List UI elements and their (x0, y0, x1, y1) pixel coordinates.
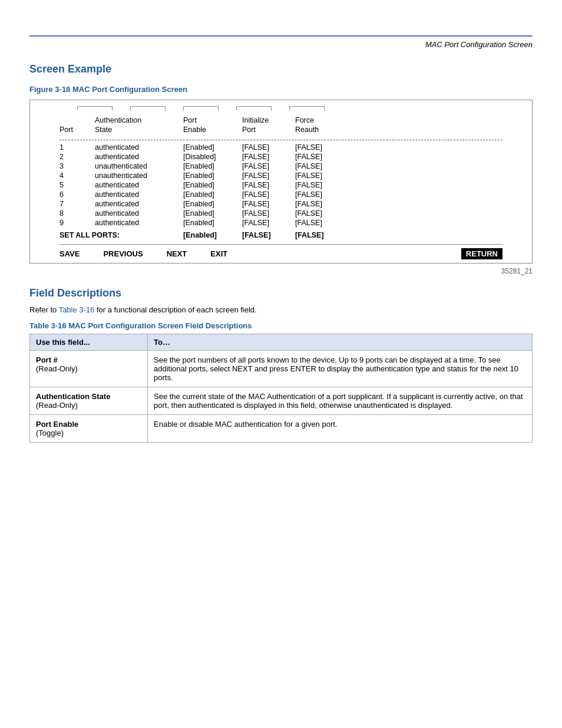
tab-bumps (77, 106, 520, 111)
description-cell: Enable or disable MAC authentication for… (148, 414, 533, 442)
field-sub: (Read-Only) (36, 401, 78, 410)
field-cell: Port # (Read-Only) (30, 350, 148, 387)
col-header-auth: AuthenticationState (95, 116, 183, 135)
return-button[interactable]: RETURN (461, 248, 503, 259)
figure-number: 35281_21 (29, 267, 533, 275)
col-header-force: ForceReauth (295, 116, 348, 135)
col-header-field: Use this field... (30, 334, 148, 350)
field-name: Port Enable (36, 420, 78, 429)
screen-inner: Port AuthenticationState PortEnable Init… (42, 111, 520, 263)
table-link[interactable]: Table 3-16 (59, 305, 95, 314)
tab-bump-3 (183, 106, 219, 111)
table-row: 5 authenticated [Enabled] [FALSE] [FALSE… (59, 180, 503, 190)
content-area: Screen Example Figure 3-18 MAC Port Conf… (0, 51, 562, 466)
exit-button[interactable]: EXIT (210, 249, 227, 258)
description-cell: See the port numbers of all ports known … (148, 350, 533, 387)
set-all-label: SET ALL PORTS: (59, 231, 183, 239)
table-header-row: Use this field... To… (30, 334, 533, 350)
field-name: Authentication State (36, 392, 110, 401)
screen-example-heading: Screen Example (29, 63, 533, 75)
set-all-row: SET ALL PORTS: [Enabled] [FALSE] [FALSE] (59, 228, 503, 242)
col-header-description: To… (148, 334, 533, 350)
table-row: 3 unauthenticated [Enabled] [FALSE] [FAL… (59, 162, 503, 171)
figure-label: Figure 3-18 MAC Port Configuration Scree… (29, 85, 533, 94)
previous-button[interactable]: PREVIOUS (103, 249, 143, 258)
table-row: 9 authenticated [Enabled] [FALSE] [FALSE… (59, 218, 503, 228)
divider (59, 140, 503, 140)
tab-bump-1 (77, 106, 113, 111)
header-bar: MAC Port Configuration Screen (29, 35, 533, 51)
table-row: 7 authenticated [Enabled] [FALSE] [FALSE… (59, 199, 503, 209)
next-button[interactable]: NEXT (167, 249, 187, 258)
table-row: 8 authenticated [Enabled] [FALSE] [FALSE… (59, 209, 503, 218)
set-all-force: [FALSE] (295, 231, 348, 239)
tab-bump-4 (236, 106, 272, 111)
field-name: Port # (36, 355, 58, 364)
field-sub: (Read-Only) (36, 364, 78, 373)
table-row: 2 authenticated [Disabled] [FALSE] [FALS… (59, 152, 503, 162)
header-title: MAC Port Configuration Screen (29, 40, 533, 51)
screen-mockup: Port AuthenticationState PortEnable Init… (29, 100, 533, 263)
field-descriptions-table: Use this field... To… Port # (Read-Only)… (29, 334, 533, 443)
table-row: 4 unauthenticated [Enabled] [FALSE] [FAL… (59, 171, 503, 180)
table-row: Port # (Read-Only) See the port numbers … (30, 350, 533, 387)
field-descriptions-heading: Field Descriptions (29, 287, 533, 299)
tab-bump-2 (130, 106, 166, 111)
table-label: Table 3-16 MAC Port Configuration Screen… (29, 321, 533, 330)
table-row: 6 authenticated [Enabled] [FALSE] [FALSE… (59, 190, 503, 199)
field-sub: (Toggle) (36, 429, 64, 437)
table-row: Port Enable (Toggle) Enable or disable M… (30, 414, 533, 442)
col-header-enable: PortEnable (183, 116, 242, 135)
set-all-enable: [Enabled] (183, 231, 242, 239)
page-container: MAC Port Configuration Screen Screen Exa… (0, 35, 562, 728)
column-headers: Port AuthenticationState PortEnable Init… (59, 116, 503, 137)
col-header-init: InitializePort (242, 116, 295, 135)
field-desc-intro: Refer to Table 3-16 for a functional des… (29, 305, 533, 314)
save-button[interactable]: SAVE (59, 249, 80, 258)
set-all-init: [FALSE] (242, 231, 295, 239)
col-header-port: Port (59, 125, 95, 134)
field-cell: Port Enable (Toggle) (30, 414, 148, 442)
table-row: 1 authenticated [Enabled] [FALSE] [FALSE… (59, 143, 503, 152)
table-row: Authentication State (Read-Only) See the… (30, 387, 533, 414)
description-cell: See the current state of the MAC Authent… (148, 387, 533, 414)
field-cell: Authentication State (Read-Only) (30, 387, 148, 414)
tab-bump-5 (289, 106, 325, 111)
action-bar: SAVE PREVIOUS NEXT EXIT RETURN (59, 244, 503, 263)
